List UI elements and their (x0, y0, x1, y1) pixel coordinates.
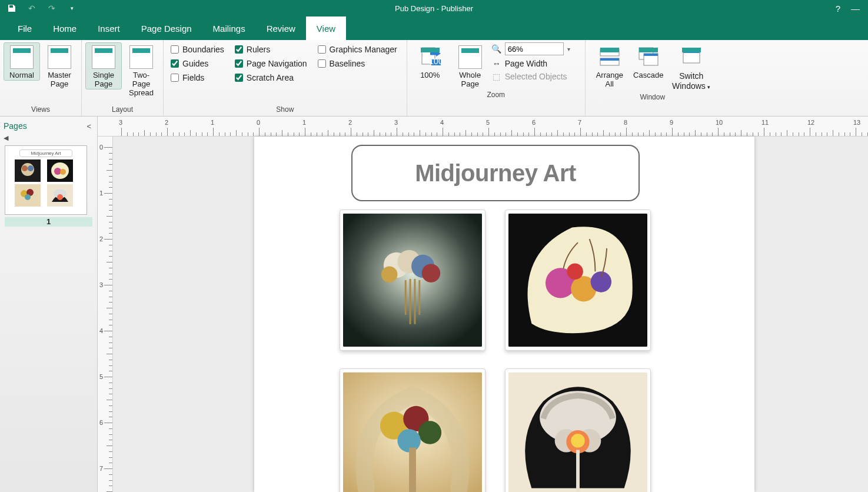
master-page-button[interactable]: Master Page (41, 42, 78, 89)
tab-file[interactable]: File (7, 16, 42, 40)
svg-rect-45 (409, 448, 416, 492)
help-icon[interactable]: ? (836, 4, 840, 14)
zoom-input[interactable] (505, 42, 564, 55)
whole-page-button[interactable]: Whole Page (452, 42, 488, 89)
graphics-manager-checkbox[interactable]: Graphics Manager (318, 45, 397, 54)
svg-rect-12 (683, 50, 700, 63)
tab-home[interactable]: Home (42, 16, 87, 40)
svg-point-34 (381, 266, 398, 282)
tab-mailings[interactable]: Mailings (202, 16, 256, 40)
normal-view-icon (10, 45, 34, 69)
baselines-checkbox[interactable]: Baselines (318, 59, 397, 68)
ribbon-tabs: File Home Insert Page Design Mailings Re… (0, 16, 868, 40)
ribbon: Normal Master Page Views Single Page Two… (0, 40, 868, 117)
svg-rect-13 (683, 50, 700, 53)
tab-review[interactable]: Review (256, 16, 306, 40)
headline-text: Midjourney Art (415, 160, 576, 187)
group-show: Boundaries Guides Fields Rulers Page Nav… (164, 40, 407, 116)
group-layout: Single Page Two-Page Spread Layout (82, 40, 164, 116)
collapse-pane-icon[interactable]: < (87, 122, 91, 131)
chevron-down-icon: ▾ (707, 84, 710, 90)
boundaries-checkbox[interactable]: Boundaries (171, 45, 224, 54)
group-layout-label: Layout (82, 104, 163, 116)
page-width-icon: ↔ (492, 59, 501, 68)
page-number: 1 (5, 217, 92, 227)
rulers-checkbox[interactable]: Rulers (235, 45, 307, 54)
tab-view[interactable]: View (306, 16, 346, 40)
master-page-icon (48, 45, 71, 69)
canvas-area: 321012345678910111213 01234567 Midjourne… (98, 117, 868, 492)
pages-pane: Pages < ◀ Midjourney Art 1 (0, 117, 98, 492)
svg-point-16 (22, 165, 28, 171)
page-width-button[interactable]: ↔ Page Width (492, 59, 580, 68)
group-zoom-label: Zoom (407, 89, 585, 101)
svg-point-17 (28, 165, 34, 171)
cascade-button[interactable]: Cascade (630, 42, 667, 92)
switch-windows-button[interactable]: Switch Windows ▾ (669, 42, 714, 92)
scratch-area-checkbox[interactable]: Scratch Area (235, 73, 307, 82)
zoom-100-icon: 100 (418, 45, 442, 69)
group-zoom: 100 100% Whole Page 🔍 ▾ ↔ Page Width (407, 40, 586, 116)
thumb-image-4 (47, 184, 73, 207)
zoom-100-button[interactable]: 100 100% (412, 42, 448, 81)
svg-rect-29 (343, 214, 482, 347)
window-title: Pub Design - Publisher (395, 4, 473, 13)
thumb-image-1 (15, 159, 41, 182)
selected-objects-icon: ⬚ (492, 72, 501, 81)
titlebar: ↶ ↷ ▾ Pub Design - Publisher ? — (0, 0, 868, 16)
vertical-ruler: 01234567 (98, 137, 113, 492)
svg-rect-52 (576, 450, 580, 492)
svg-text:100: 100 (429, 56, 442, 66)
zoom-percent[interactable]: 🔍 ▾ (492, 42, 580, 55)
thumb-image-2 (47, 159, 73, 182)
fields-checkbox[interactable]: Fields (171, 73, 224, 82)
svg-point-21 (60, 169, 66, 175)
normal-view-button[interactable]: Normal (4, 42, 40, 81)
svg-point-38 (591, 271, 611, 292)
single-page-button[interactable]: Single Page (85, 42, 122, 89)
image-card-4[interactable] (505, 368, 651, 492)
arrange-all-icon (598, 45, 621, 69)
page-thumbnail[interactable]: Midjourney Art 1 (0, 142, 97, 230)
thumb-headline: Midjourney Art (19, 149, 72, 157)
arrange-all-button[interactable]: Arrange All (591, 42, 628, 92)
minimize-icon[interactable]: — (851, 4, 860, 14)
single-page-icon (92, 45, 115, 69)
scratch-area[interactable]: Midjourney Art (113, 137, 868, 492)
magnifier-icon: 🔍 (492, 44, 501, 54)
group-show-label: Show (164, 104, 407, 116)
quick-access-toolbar: ↶ ↷ ▾ (0, 4, 77, 13)
guides-checkbox[interactable]: Guides (171, 59, 224, 68)
svg-point-43 (418, 421, 441, 444)
switch-windows-icon (680, 45, 703, 69)
redo-icon[interactable]: ↷ (47, 4, 56, 13)
svg-marker-1 (436, 51, 441, 56)
save-icon[interactable] (7, 4, 16, 13)
zoom-dropdown-icon[interactable]: ▾ (567, 46, 570, 52)
image-card-1[interactable] (340, 210, 485, 351)
svg-point-33 (422, 264, 440, 282)
svg-point-44 (397, 429, 420, 452)
svg-point-28 (57, 194, 63, 200)
undo-icon[interactable]: ↶ (27, 4, 36, 13)
qat-dropdown-icon[interactable]: ▾ (67, 4, 77, 13)
two-page-spread-icon (129, 45, 153, 69)
svg-point-25 (25, 194, 31, 200)
image-card-2[interactable] (505, 210, 651, 351)
pages-pane-title: Pages < (0, 117, 97, 134)
svg-rect-11 (644, 54, 658, 56)
headline-text-box[interactable]: Midjourney Art (351, 145, 640, 201)
tab-page-design[interactable]: Page Design (131, 16, 202, 40)
group-window: Arrange All Cascade Switch Windows ▾ Win… (586, 40, 720, 116)
page-nav-arrow-icon[interactable]: ◀ (0, 134, 97, 142)
group-views-label: Views (0, 104, 81, 116)
group-window-label: Window (586, 92, 720, 104)
two-page-spread-button[interactable]: Two-Page Spread (123, 42, 159, 98)
work-area: Pages < ◀ Midjourney Art 1 3210123456789… (0, 117, 868, 492)
image-card-3[interactable] (340, 368, 485, 492)
page-navigation-checkbox[interactable]: Page Navigation (235, 59, 307, 68)
tab-insert[interactable]: Insert (87, 16, 131, 40)
cascade-icon (637, 45, 660, 69)
selected-objects-button: ⬚ Selected Objects (492, 72, 580, 81)
horizontal-ruler: 321012345678910111213 (98, 117, 868, 137)
